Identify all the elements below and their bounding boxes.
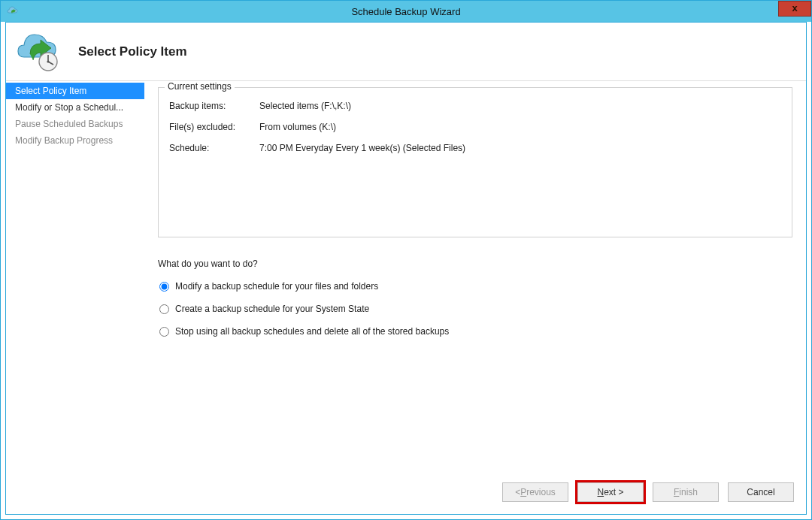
option-modify-files-schedule-label: Modify a backup schedule for your files … <box>175 281 378 292</box>
window-body: Select Policy Item Select Policy Item Mo… <box>5 22 807 515</box>
close-button[interactable]: x <box>778 1 811 17</box>
option-stop-and-delete-radio[interactable] <box>159 327 169 337</box>
current-settings-group: Current settings Backup items: Selected … <box>158 87 792 237</box>
current-settings-legend: Current settings <box>165 81 235 92</box>
schedule-label: Schedule: <box>169 143 259 153</box>
question-prompt: What do you want to do? <box>158 258 792 269</box>
wizard-header-icon <box>14 32 62 72</box>
wizard-window: Schedule Backup Wizard x Select Policy I… <box>0 0 812 520</box>
cancel-button-label: Cancel <box>747 487 774 497</box>
finish-button-mn: F <box>674 487 679 497</box>
backup-items-label: Backup items: <box>169 101 259 111</box>
schedule-value: 7:00 PM Everyday Every 1 week(s) (Select… <box>259 143 465 153</box>
previous-button-post: revious <box>526 487 556 497</box>
wizard-steps-sidebar: Select Policy Item Modify or Stop a Sche… <box>6 81 144 514</box>
backup-items-value: Selected items (F:\,K:\) <box>259 101 351 111</box>
step-select-policy-item[interactable]: Select Policy Item <box>6 83 144 99</box>
next-button-post: ext > <box>604 487 623 497</box>
wizard-header: Select Policy Item <box>6 23 806 81</box>
step-modify-backup-progress: Modify Backup Progress <box>6 132 144 149</box>
titlebar: Schedule Backup Wizard x <box>1 1 811 22</box>
page-title: Select Policy Item <box>78 44 187 59</box>
previous-button-pre: < <box>515 487 520 497</box>
option-create-system-state-schedule[interactable]: Create a backup schedule for your System… <box>158 304 792 314</box>
next-button[interactable]: Next > <box>577 482 644 502</box>
files-excluded-label: File(s) excluded: <box>169 122 259 132</box>
option-modify-files-schedule-radio[interactable] <box>159 282 169 292</box>
svg-point-3 <box>47 60 49 62</box>
step-modify-or-stop[interactable]: Modify or Stop a Schedul... <box>6 99 144 116</box>
option-stop-and-delete-label: Stop using all backup schedules and dele… <box>175 326 449 337</box>
option-modify-files-schedule[interactable]: Modify a backup schedule for your files … <box>158 281 792 292</box>
option-create-system-state-schedule-label: Create a backup schedule for your System… <box>175 304 369 314</box>
wizard-footer: < Previous Next > Finish Cancel <box>502 482 794 502</box>
option-stop-and-delete[interactable]: Stop using all backup schedules and dele… <box>158 326 792 337</box>
next-button-mn: N <box>597 487 604 497</box>
finish-button-post: inish <box>679 487 698 497</box>
finish-button: Finish <box>653 482 719 502</box>
cancel-button[interactable]: Cancel <box>728 482 794 502</box>
previous-button: < Previous <box>502 482 568 502</box>
option-create-system-state-schedule-radio[interactable] <box>159 304 169 314</box>
files-excluded-value: From volumes (K:\) <box>259 122 336 132</box>
window-title: Schedule Backup Wizard <box>1 6 811 17</box>
step-pause-scheduled-backups: Pause Scheduled Backups <box>6 116 144 132</box>
wizard-page: Current settings Backup items: Selected … <box>144 81 806 514</box>
previous-button-mn: P <box>520 487 526 497</box>
